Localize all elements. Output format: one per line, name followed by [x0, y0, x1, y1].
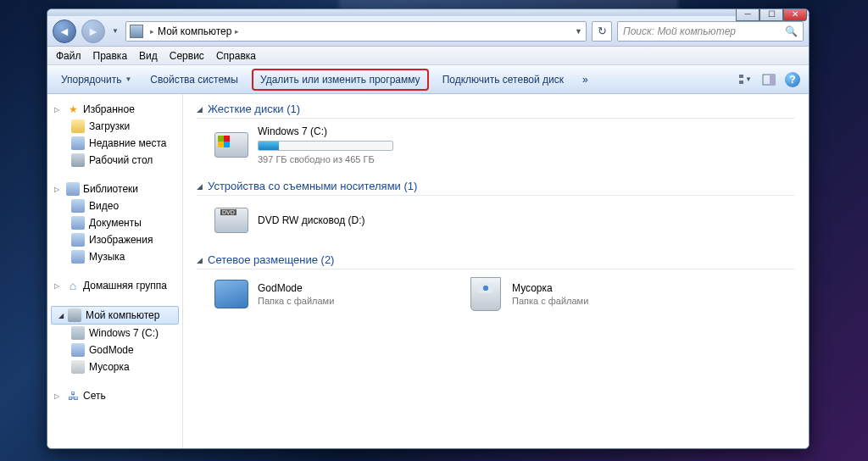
breadcrumb-sep: ▸ — [150, 27, 154, 36]
menu-help[interactable]: Справка — [216, 50, 256, 62]
item-label: Мусорка — [512, 282, 588, 294]
star-icon: ★ — [66, 103, 80, 116]
space-bar — [258, 141, 393, 151]
folder-icon — [71, 343, 85, 357]
network-icon: 🖧 — [66, 389, 80, 403]
collapse-icon: ◢ — [197, 105, 203, 114]
explorer-window: ─ ☐ ✕ ◄ ► ▼ ▸ Мой компьютер ▸ ▼ ↻ Поиск:… — [47, 8, 810, 449]
sidebar-item-drive-c[interactable]: Windows 7 (C:) — [47, 325, 182, 342]
menu-file[interactable]: Файл — [56, 50, 81, 62]
music-icon — [71, 250, 85, 264]
forward-button[interactable]: ► — [81, 19, 105, 43]
toolbar: Упорядочить▼ Свойства системы Удалить ил… — [47, 65, 809, 94]
folder-icon — [71, 119, 85, 133]
sidebar-item-video[interactable]: Видео — [47, 197, 182, 214]
homegroup-icon: ⌂ — [66, 279, 80, 292]
refresh-button[interactable]: ↻ — [592, 21, 612, 42]
system-properties-button[interactable]: Свойства системы — [145, 72, 243, 87]
sidebar-item-music[interactable]: Музыка — [47, 248, 182, 265]
sidebar-computer[interactable]: ◢Мой компьютер — [51, 306, 179, 325]
drive-label: Windows 7 (C:) — [258, 125, 393, 137]
svg-rect-5 — [770, 75, 775, 85]
chevron-down-icon: ▼ — [745, 75, 752, 83]
breadcrumb-root[interactable]: Мой компьютер — [158, 25, 231, 37]
category-removable[interactable]: ◢Устройства со съемными носителями (1) — [197, 180, 795, 196]
map-network-drive-button[interactable]: Подключить сетевой диск — [437, 72, 569, 87]
svg-rect-0 — [739, 75, 743, 78]
bin-icon — [470, 277, 501, 311]
nav-bar: ◄ ► ▼ ▸ Мой компьютер ▸ ▼ ↻ Поиск: Мой к… — [47, 16, 809, 47]
sidebar-homegroup[interactable]: ▷⌂Домашняя группа — [47, 277, 182, 294]
bin-icon — [71, 360, 85, 374]
nav-pane: ▷★Избранное Загрузки Недавние места Рабо… — [47, 94, 183, 448]
address-dropdown-icon[interactable]: ▼ — [575, 27, 582, 36]
back-button[interactable]: ◄ — [53, 19, 76, 43]
net-item-godmode[interactable]: GodMode Папка с файлами — [214, 276, 434, 312]
sidebar-network[interactable]: ▷🖧Сеть — [47, 387, 182, 404]
pictures-icon — [71, 233, 85, 247]
libraries-icon — [66, 182, 80, 196]
net-item-trash[interactable]: Мусорка Папка с файлами — [468, 276, 688, 312]
minimize-button[interactable]: ─ — [736, 8, 760, 21]
item-label: GodMode — [258, 282, 334, 294]
history-dropdown[interactable]: ▼ — [110, 20, 120, 42]
sidebar-favorites[interactable]: ▷★Избранное — [47, 101, 182, 118]
sidebar-item-trash[interactable]: Мусорка — [47, 358, 182, 375]
dvd-icon — [214, 208, 248, 233]
menu-bar: Файл Правка Вид Сервис Справка — [47, 47, 809, 65]
video-icon — [71, 199, 85, 213]
toolbar-overflow[interactable]: » — [577, 72, 593, 87]
address-bar[interactable]: ▸ Мой компьютер ▸ ▼ — [125, 21, 587, 42]
preview-pane-button[interactable] — [761, 72, 776, 87]
dvd-drive[interactable]: DVD RW дисковод (D:) — [214, 203, 434, 238]
computer-icon — [130, 25, 143, 38]
item-type: Папка с файлами — [258, 296, 334, 306]
collapse-icon: ◢ — [197, 256, 203, 264]
folder-icon — [214, 280, 248, 308]
drive-icon — [71, 326, 85, 340]
menu-tools[interactable]: Сервис — [170, 50, 204, 62]
sidebar-item-documents[interactable]: Документы — [47, 214, 182, 231]
sidebar-item-downloads[interactable]: Загрузки — [47, 118, 182, 135]
breadcrumb-sep: ▸ — [235, 27, 239, 36]
sidebar-item-godmode[interactable]: GodMode — [47, 342, 182, 358]
uninstall-program-button[interactable]: Удалить или изменить программу — [252, 69, 429, 91]
search-input[interactable]: Поиск: Мой компьютер 🔍 — [617, 21, 804, 42]
recent-icon — [71, 136, 85, 150]
view-options-button[interactable]: ▼ — [737, 72, 753, 87]
organize-button[interactable]: Упорядочить▼ — [56, 72, 136, 87]
category-hard-drives[interactable]: ◢Жесткие диски (1) — [197, 103, 795, 119]
drive-icon — [214, 132, 248, 158]
computer-icon — [68, 308, 81, 322]
svg-rect-2 — [739, 81, 743, 84]
maximize-button[interactable]: ☐ — [760, 8, 783, 21]
sidebar-libraries[interactable]: ▷Библиотеки — [47, 181, 182, 197]
desktop-icon — [71, 153, 85, 167]
drive-c[interactable]: Windows 7 (C:) 397 ГБ свободно из 465 ГБ — [214, 125, 434, 164]
category-network[interactable]: ◢Сетевое размещение (2) — [197, 253, 795, 269]
help-button[interactable]: ? — [785, 72, 800, 87]
search-placeholder: Поиск: Мой компьютер — [623, 25, 736, 37]
item-type: Папка с файлами — [512, 296, 588, 306]
collapse-icon: ◢ — [197, 182, 203, 191]
menu-edit[interactable]: Правка — [93, 50, 128, 62]
sidebar-item-desktop[interactable]: Рабочий стол — [47, 152, 182, 169]
sidebar-item-recent[interactable]: Недавние места — [47, 135, 182, 152]
close-button[interactable]: ✕ — [783, 8, 807, 21]
sidebar-item-pictures[interactable]: Изображения — [47, 231, 182, 248]
chevron-down-icon: ▼ — [125, 75, 131, 83]
dvd-label: DVD RW дисковод (D:) — [258, 214, 365, 226]
content-pane: ◢Жесткие диски (1) Windows 7 (C:) 397 ГБ… — [183, 94, 809, 448]
search-icon: 🔍 — [785, 25, 798, 37]
titlebar: ─ ☐ ✕ — [47, 9, 809, 16]
menu-view[interactable]: Вид — [139, 50, 158, 62]
documents-icon — [71, 216, 85, 230]
drive-free-space: 397 ГБ свободно из 465 ГБ — [258, 154, 393, 164]
